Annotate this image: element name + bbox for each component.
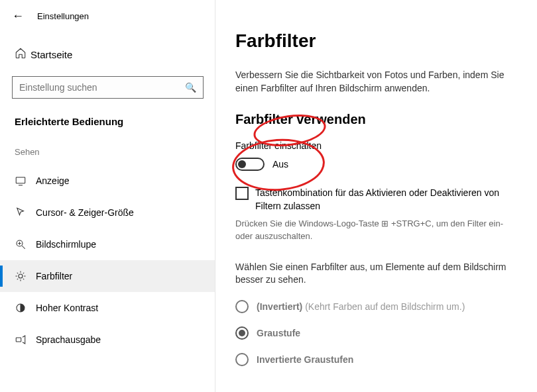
- svg-line-13: [17, 279, 19, 280]
- svg-line-14: [23, 273, 25, 274]
- svg-rect-16: [16, 338, 21, 342]
- sidebar-item-label: Cursor- & Zeiger-Größe: [36, 207, 134, 218]
- sidebar: ← Einstellungen Startseite 🔍 Erleichtert…: [0, 0, 215, 392]
- svg-line-3: [22, 246, 25, 249]
- shortcut-hint: Drücken Sie die Windows-Logo-Taste ⊞ +ST…: [235, 218, 521, 242]
- narrator-icon: [15, 334, 36, 346]
- toggle-state: Aus: [272, 159, 288, 170]
- sidebar-item-color-filter[interactable]: Farbfilter: [0, 260, 215, 292]
- radio-grayscale[interactable]: Graustufe: [235, 326, 521, 340]
- shortcut-checkbox-row: Tastenkombination für das Aktivieren ode…: [235, 187, 521, 213]
- svg-line-12: [23, 279, 25, 280]
- search-icon: 🔍: [185, 82, 196, 93]
- sidebar-section-heading: Sehen: [0, 143, 215, 165]
- color-filter-toggle[interactable]: [235, 158, 265, 171]
- sidebar-item-label: Farbfilter: [36, 271, 72, 281]
- radio-label: Invertierte Graustufen: [257, 354, 353, 365]
- radio-sub-text: (Kehrt Farben auf dem Bildschirm um.): [305, 301, 465, 312]
- radio-icon: [235, 300, 249, 313]
- sidebar-item-label: Bildschirmlupe: [36, 239, 96, 250]
- main-content: Farbfilter Verbessern Sie die Sichtbarke…: [215, 0, 537, 392]
- window-title: Einstellungen: [37, 11, 89, 21]
- toggle-row: Aus: [235, 158, 521, 171]
- section-title: Farbfilter verwenden: [235, 112, 521, 127]
- display-icon: [15, 175, 36, 187]
- radio-icon: [235, 326, 249, 340]
- sidebar-item-label: Sprachausgabe: [36, 334, 101, 345]
- radio-label-text: (Invertiert): [257, 301, 302, 312]
- sidebar-item-display[interactable]: Anzeige: [0, 165, 215, 197]
- svg-rect-0: [16, 177, 25, 183]
- shortcut-checkbox-label: Tastenkombination für das Aktivieren ode…: [255, 187, 521, 213]
- search-input[interactable]: 🔍: [12, 76, 204, 99]
- sidebar-item-label: Hoher Kontrast: [36, 303, 98, 313]
- sidebar-category-title: Erleichterte Bedienung: [0, 109, 215, 143]
- radio-label: Graustufe: [257, 328, 300, 338]
- radio-icon: [235, 353, 249, 366]
- page-title: Farbfilter: [235, 30, 521, 52]
- svg-point-6: [19, 274, 23, 278]
- search-container: 🔍: [0, 76, 215, 109]
- svg-line-11: [17, 273, 19, 274]
- radio-label: (Invertiert) (Kehrt Farben auf dem Bilds…: [257, 301, 465, 312]
- radio-inverted-grayscale[interactable]: Invertierte Graustufen: [235, 353, 521, 366]
- magnifier-icon: [15, 238, 36, 250]
- sidebar-item-narrator[interactable]: Sprachausgabe: [0, 324, 215, 356]
- cursor-icon: [15, 207, 36, 219]
- filter-choose-desc: Wählen Sie einen Farbfilter aus, um Elem…: [235, 261, 521, 287]
- sidebar-item-contrast[interactable]: Hoher Kontrast: [0, 292, 215, 324]
- search-field[interactable]: [19, 82, 185, 93]
- color-filter-icon: [15, 270, 36, 282]
- sidebar-item-magnifier[interactable]: Bildschirmlupe: [0, 228, 215, 260]
- contrast-icon: [15, 302, 36, 314]
- back-icon[interactable]: ←: [12, 9, 24, 23]
- sidebar-item-cursor[interactable]: Cursor- & Zeiger-Größe: [0, 197, 215, 228]
- sidebar-home-label: Startseite: [30, 49, 72, 60]
- window-header: ← Einstellungen: [0, 0, 215, 30]
- sidebar-home[interactable]: Startseite: [0, 39, 215, 70]
- home-icon: [15, 47, 30, 62]
- radio-inverted[interactable]: (Invertiert) (Kehrt Farben auf dem Bilds…: [235, 300, 521, 313]
- shortcut-checkbox[interactable]: [235, 187, 249, 200]
- toggle-label: Farbfilter einschalten: [235, 140, 521, 151]
- page-intro: Verbessern Sie die Sichtbarkeit von Foto…: [235, 69, 521, 95]
- sidebar-item-label: Anzeige: [36, 175, 70, 186]
